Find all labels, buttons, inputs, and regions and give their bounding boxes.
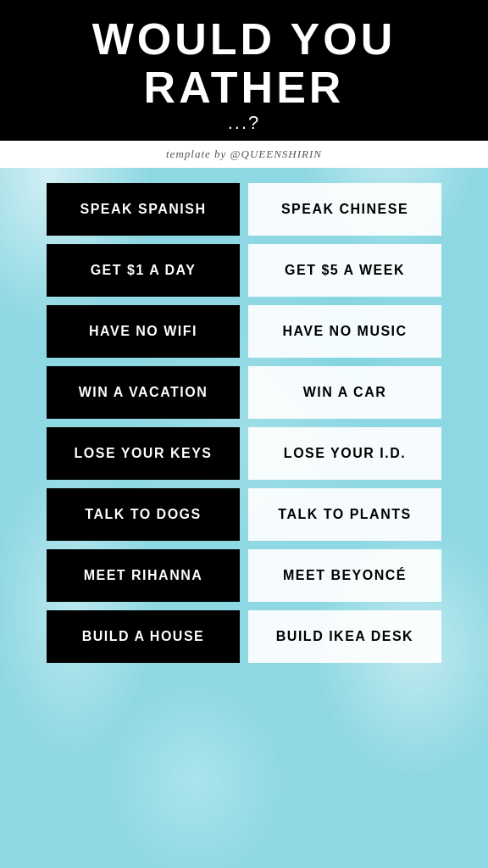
question-row: WIN A VACATIONWIN A CAR <box>47 366 441 419</box>
cell-right-4[interactable]: LOSE YOUR I.D. <box>248 427 441 480</box>
credit-text: template by @QUEENSHIRIN <box>166 147 322 160</box>
question-row: TALK TO DOGSTALK TO PLANTS <box>47 488 441 541</box>
cell-left-6[interactable]: MEET RIHANNA <box>47 549 240 602</box>
question-row: HAVE NO WIFIHAVE NO MUSIC <box>47 305 441 358</box>
cell-right-5[interactable]: TALK TO PLANTS <box>248 488 441 541</box>
questions-grid: SPEAK SPANISHSPEAK CHINESEGET $1 A DAYGE… <box>0 168 488 678</box>
cell-right-6[interactable]: MEET BEYONCÉ <box>248 549 441 602</box>
cell-right-0[interactable]: SPEAK CHINESE <box>248 183 441 236</box>
cell-left-7[interactable]: BUILD A HOUSE <box>47 610 240 663</box>
question-row: LOSE YOUR KEYSLOSE YOUR I.D. <box>47 427 441 480</box>
cell-left-2[interactable]: HAVE NO WIFI <box>47 305 240 358</box>
cell-right-2[interactable]: HAVE NO MUSIC <box>248 305 441 358</box>
question-row: GET $1 A DAYGET $5 A WEEK <box>47 244 441 297</box>
main-title: WOULD YOU RATHER <box>25 15 463 112</box>
cell-left-0[interactable]: SPEAK SPANISH <box>47 183 240 236</box>
cell-left-4[interactable]: LOSE YOUR KEYS <box>47 427 240 480</box>
question-row: SPEAK SPANISHSPEAK CHINESE <box>47 183 441 236</box>
cell-right-3[interactable]: WIN A CAR <box>248 366 441 419</box>
header-section: WOULD YOU RATHER ...? <box>0 0 488 141</box>
question-row: MEET RIHANNAMEET BEYONCÉ <box>47 549 441 602</box>
header-subtitle: ...? <box>25 112 463 134</box>
cell-right-1[interactable]: GET $5 A WEEK <box>248 244 441 297</box>
cell-left-3[interactable]: WIN A VACATION <box>47 366 240 419</box>
question-row: BUILD A HOUSEBUILD IKEA DESK <box>47 610 441 663</box>
cell-left-1[interactable]: GET $1 A DAY <box>47 244 240 297</box>
credit-bar: template by @QUEENSHIRIN <box>0 141 488 168</box>
cell-left-5[interactable]: TALK TO DOGS <box>47 488 240 541</box>
cell-right-7[interactable]: BUILD IKEA DESK <box>248 610 441 663</box>
